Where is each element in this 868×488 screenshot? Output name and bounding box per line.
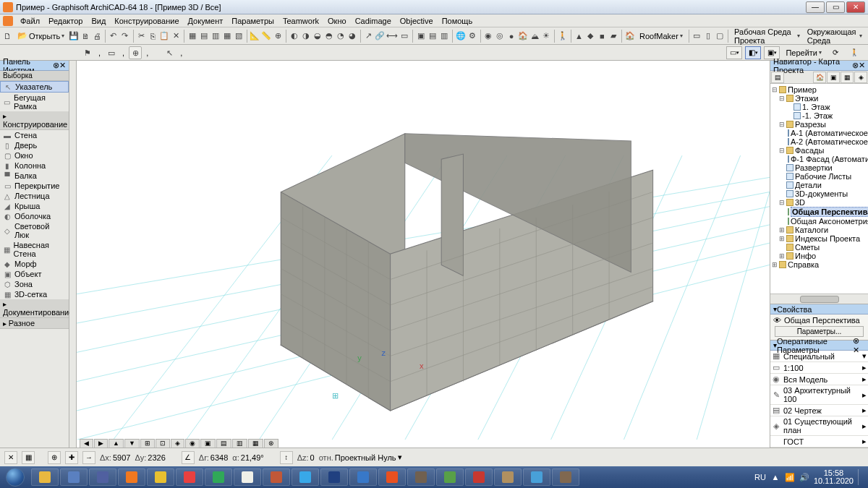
sel-mode-1[interactable]: ▭▾	[726, 46, 742, 59]
taskbar-app-3[interactable]	[118, 468, 145, 486]
menu-window[interactable]: Окно	[323, 16, 351, 26]
vp-tab[interactable]: ⊗	[264, 439, 278, 448]
tool-slab[interactable]: ▭Перекрытие	[0, 181, 69, 191]
section-misc[interactable]: ▸ Разное	[0, 318, 69, 329]
align-3-icon[interactable]: ▦	[222, 29, 232, 43]
properties-header[interactable]: ▾ Свойства	[770, 304, 868, 314]
tool-pointer[interactable]: ↖Указатель	[0, 81, 69, 93]
menu-edit[interactable]: Редактор	[44, 16, 87, 26]
grid-icon[interactable]: ▦	[187, 29, 197, 43]
tree-floor-1[interactable]: 1. Этаж	[772, 103, 867, 111]
taskbar-app-14[interactable]	[436, 468, 464, 486]
walk-icon[interactable]: 🚶	[558, 29, 568, 43]
show-desktop-button[interactable]	[858, 469, 864, 485]
tool-column[interactable]: ▮Колонна	[0, 160, 69, 171]
tree-axonometry[interactable]: Общая Аксонометрия	[772, 217, 867, 226]
taskbar-app-18[interactable]	[552, 468, 579, 486]
ruler-icon[interactable]: 📏	[261, 29, 271, 43]
coord-btn-7[interactable]: ↕	[280, 451, 293, 464]
tray-net-icon[interactable]: 📶	[785, 472, 795, 482]
tray-clock[interactable]: 15:58 10.11.2020	[814, 469, 854, 485]
tool-panel-pin-icon[interactable]: ⊗	[53, 61, 59, 70]
tree-facade-f1[interactable]: Ф-1 Фасад (Автоматическо	[772, 155, 867, 163]
save-icon[interactable]: 💾	[69, 29, 79, 43]
menu-teamwork[interactable]: Teamwork	[278, 16, 323, 26]
terrain-icon[interactable]: ⛰	[529, 29, 540, 43]
surround-env-dropdown[interactable]: Окружающая Среда ▾	[804, 27, 865, 45]
tree-indexes[interactable]: ⊞Индексы Проекта	[772, 234, 867, 243]
tree-3ddocs[interactable]: 3D-документы	[772, 189, 867, 198]
sel-mode-2[interactable]: ◧▾	[745, 46, 761, 59]
redo-icon[interactable]: ↷	[120, 29, 130, 43]
tool-shell[interactable]: ◐Оболочка	[0, 211, 69, 221]
tree-facades[interactable]: ⊟Фасады	[772, 146, 867, 155]
mode-1-icon[interactable]: ◐	[289, 29, 299, 43]
taskbar-app-7[interactable]	[234, 468, 261, 486]
op-row-reno[interactable]: ◈01 Существующий план▸	[770, 416, 868, 436]
taskbar-app-1[interactable]	[60, 468, 88, 486]
taskbar-app-12[interactable]	[378, 468, 406, 486]
arrow-icon[interactable]: ↗	[363, 29, 373, 43]
nav-btn-1[interactable]: ▤	[771, 72, 784, 83]
nav-btn-4[interactable]: ▦	[841, 72, 854, 83]
coord-btn-1[interactable]: ✕	[4, 451, 17, 464]
copy-icon[interactable]: ⎘	[148, 29, 158, 43]
op-params-header[interactable]: ▾ Оперативные Параметры⊗ ✕	[770, 341, 868, 351]
op-row-layers[interactable]: ▦Специальный▾	[770, 351, 868, 362]
cut-icon[interactable]: ✂	[136, 29, 146, 43]
taskbar-app-6[interactable]	[205, 468, 232, 486]
params-button[interactable]: Параметры...	[775, 326, 864, 337]
tool-wall[interactable]: ▬Стена	[0, 130, 69, 140]
print-icon[interactable]: 🖨	[92, 29, 102, 43]
tool-panel-close-icon[interactable]: ✕	[59, 61, 66, 70]
align-2-icon[interactable]: ▥	[210, 29, 221, 43]
align-1-icon[interactable]: ▤	[199, 29, 209, 43]
taskbar-app-9[interactable]	[292, 468, 319, 486]
section-select[interactable]: Выборка	[0, 71, 69, 81]
vp-tab[interactable]: ⊡	[156, 439, 170, 448]
tool-object[interactable]: ▣Объект	[0, 269, 69, 279]
taskbar-app-5[interactable]	[176, 468, 203, 486]
menu-objective[interactable]: Objective	[396, 16, 438, 26]
vp-tab[interactable]: ▼	[124, 439, 140, 448]
tree-sections[interactable]: ⊟Разрезы	[772, 120, 867, 129]
vp-tab[interactable]: ▲	[109, 439, 124, 448]
taskbar-app-11[interactable]	[349, 468, 377, 486]
menu-construct[interactable]: Конструирование	[110, 16, 183, 26]
snap-icon[interactable]: ⊕	[273, 29, 283, 43]
view-3-icon[interactable]: ▥	[439, 29, 449, 43]
view-2-icon[interactable]: ▤	[427, 29, 438, 43]
sun-icon[interactable]: ☀	[541, 29, 551, 43]
dim-icon[interactable]: ⟷	[386, 29, 398, 43]
obj-2-icon[interactable]: ◆	[585, 29, 595, 43]
opt-arrow-icon[interactable]: ↖	[163, 46, 176, 59]
vp-tab[interactable]: ▦	[248, 439, 263, 448]
op-row-model[interactable]: ◉Вся Модель▸	[770, 374, 868, 385]
op-row-scale[interactable]: ▭1:100▸	[770, 362, 868, 374]
coord-btn-6[interactable]: ∠	[182, 451, 195, 464]
op-row-dim[interactable]: ГОСТ▸	[770, 436, 868, 448]
tool-panel-header[interactable]: Панель Инструм...⊗✕	[0, 61, 69, 71]
link-icon[interactable]: 🔗	[375, 29, 385, 43]
tree-3d[interactable]: ⊟3D	[772, 198, 867, 207]
navigator-pin-icon[interactable]: ⊗	[852, 61, 859, 70]
op-row-mvo[interactable]: ▤02 Чертеж▸	[770, 405, 868, 416]
globe-icon[interactable]: 🌐	[456, 29, 466, 43]
tree-details[interactable]: Детали	[772, 181, 867, 189]
vp-tab[interactable]: ◈	[171, 439, 184, 448]
3d-viewport[interactable]: y z x ⊞ ◀ ▶ ▲ ▼ ⊞ ⊡ ◈ ◉ ▣ ▤ ▥ ▦ ⊗	[77, 61, 770, 448]
mode-4-icon[interactable]: ◓	[324, 29, 334, 43]
coord-btn-2[interactable]: ▦	[22, 451, 35, 464]
nav-btn-2[interactable]: 🏠	[813, 72, 826, 83]
undo-icon[interactable]: ↶	[109, 29, 119, 43]
close-button[interactable]: ✕	[846, 1, 865, 13]
tray-lang[interactable]: RU	[754, 473, 766, 481]
tree-floors[interactable]: ⊟Этажи	[772, 94, 867, 103]
site-icon[interactable]: 🏠	[518, 29, 528, 43]
vp-tab[interactable]: ⊞	[140, 439, 155, 448]
paste-icon[interactable]: 📋	[159, 29, 169, 43]
menu-help[interactable]: Помощь	[438, 16, 477, 26]
mode-6-icon[interactable]: ◕	[347, 29, 357, 43]
taskbar-app-10[interactable]	[320, 468, 348, 486]
coord-btn-4[interactable]: ✚	[65, 451, 78, 464]
